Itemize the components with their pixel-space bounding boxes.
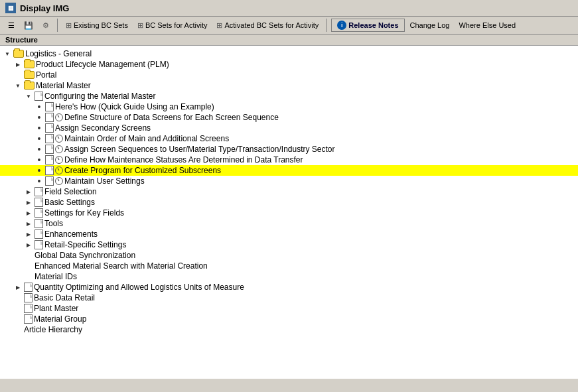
tree-row[interactable]: Material IDs	[0, 271, 578, 282]
window-title: Display IMG	[20, 3, 69, 13]
bc-for-activity-button[interactable]: ⊞ BC Sets for Activity	[133, 19, 212, 32]
tree-row[interactable]: ▼Configuring the Material Master	[0, 91, 578, 101]
app-icon: ▦	[5, 3, 16, 13]
page-icon	[35, 208, 43, 218]
tree-row[interactable]: •Define Structure of Data Screens for Ea…	[0, 112, 578, 123]
tree-row[interactable]: Material Group	[0, 314, 578, 324]
page-icon	[24, 283, 33, 292]
separator-2	[326, 19, 327, 32]
tree-row[interactable]: •Maintain User Settings	[0, 176, 578, 186]
no-arrow	[24, 251, 33, 260]
tree-row[interactable]: Global Data Synchronization	[0, 250, 578, 261]
tree-row[interactable]: ▼Material Master	[0, 80, 578, 91]
tree-row[interactable]: ▶Field Selection	[0, 186, 578, 197]
title-bar: ▦ Display IMG	[0, 0, 578, 17]
toolbar-icon-2[interactable]: 💾	[20, 19, 37, 32]
tree-row[interactable]: Article Hierarchy	[0, 324, 578, 335]
page-icon	[35, 219, 43, 228]
activated-bc-icon: ⊞	[216, 21, 222, 30]
expand-arrow-icon[interactable]: ▶	[24, 219, 33, 228]
existing-bc-label: Existing BC Sets	[74, 21, 128, 29]
expand-arrow-icon[interactable]: ▶	[24, 229, 33, 239]
page-icon	[24, 304, 33, 313]
tree-row[interactable]: ▶Settings for Key Fields	[0, 208, 578, 218]
expand-arrow-icon[interactable]: ▶	[24, 198, 33, 207]
settings-icon: ⚙	[42, 21, 49, 30]
expand-arrow-icon[interactable]: ▶	[24, 240, 33, 249]
toolbar: ☰ 💾 ⚙ ⊞ Existing BC Sets ⊞ BC Sets for A…	[0, 17, 578, 34]
existing-bc-sets-button[interactable]: ⊞ Existing BC Sets	[62, 19, 132, 32]
clock-icon	[55, 177, 63, 185]
bullet-icon: •	[35, 134, 44, 143]
page-icon	[35, 198, 43, 207]
no-arrow	[13, 325, 23, 334]
no-arrow	[13, 293, 23, 302]
tree-row[interactable]: Basic Data Retail	[0, 293, 578, 303]
tree-row[interactable]: ▶Basic Settings	[0, 197, 578, 208]
tree-row[interactable]: ▶Tools	[0, 218, 578, 229]
tree-item-label: Product Lifecycle Management (PLM)	[36, 60, 169, 69]
clock-icon	[55, 113, 63, 121]
expand-arrow-icon[interactable]: ▶	[24, 187, 33, 196]
bc-icon: ⊞	[66, 21, 72, 30]
where-else-used-button[interactable]: Where Else Used	[455, 19, 520, 31]
page-icon	[24, 314, 33, 324]
tree-row[interactable]: Enhanced Material Search with Material C…	[0, 261, 578, 271]
where-else-label: Where Else Used	[459, 21, 516, 29]
collapse-arrow-icon[interactable]: ▼	[13, 81, 23, 90]
expand-arrow-icon[interactable]: ▶	[13, 60, 23, 69]
activated-bc-button[interactable]: ⊞ Activated BC Sets for Activity	[212, 19, 323, 32]
tree-row[interactable]: ▶Product Lifecycle Management (PLM)	[0, 59, 578, 70]
collapse-arrow-icon[interactable]: ▼	[3, 49, 12, 58]
tree-item-label: Basic Settings	[44, 198, 95, 207]
tree-item-label: Basic Data Retail	[34, 293, 95, 302]
no-arrow	[13, 314, 23, 324]
tree-row[interactable]: Portal	[0, 70, 578, 80]
change-log-button[interactable]: Change Log	[406, 19, 454, 31]
page-icon	[35, 187, 43, 196]
tree-row[interactable]: •Here's How (Quick Guide Using an Exampl…	[0, 101, 578, 112]
release-notes-button[interactable]: i Release Notes	[331, 19, 404, 32]
tree-item-label: Define Structure of Data Screens for Eac…	[64, 113, 279, 122]
bc-activity-label: BC Sets for Activity	[145, 21, 208, 29]
expand-arrow-icon[interactable]: ▶	[24, 208, 33, 218]
tree-item-label: Enhanced Material Search with Material C…	[35, 261, 208, 271]
tree-row[interactable]: ▼Logistics - General	[0, 48, 578, 59]
no-arrow	[24, 261, 33, 271]
tree-row[interactable]: •Assign Screen Sequences to User/Materia…	[0, 144, 578, 155]
tree-item-label: Plant Master	[34, 304, 78, 313]
tree-item-label: Maintain User Settings	[64, 176, 145, 186]
toolbar-icon-1[interactable]: ☰	[4, 19, 19, 32]
tree-item-label: Field Selection	[44, 187, 97, 196]
tree-row[interactable]: ▶Retail-Specific Settings	[0, 239, 578, 250]
folder-icon	[24, 60, 35, 68]
info-icon: i	[337, 21, 346, 30]
save-icon: 💾	[24, 21, 33, 30]
tree-row[interactable]: Plant Master	[0, 303, 578, 314]
tree-row[interactable]: •Maintain Order of Main and Additional S…	[0, 133, 578, 144]
tree-item-label: Article Hierarchy	[24, 325, 82, 334]
activated-bc-label: Activated BC Sets for Activity	[224, 21, 319, 29]
tree-item-label: Logistics - General	[25, 49, 92, 58]
page-icon	[45, 134, 54, 143]
toolbar-icon-3[interactable]: ⚙	[38, 19, 53, 32]
tree-row[interactable]: ▶Enhancements	[0, 229, 578, 239]
tree-row[interactable]: •Create Program for Customized Subscreen…	[0, 165, 578, 176]
folder-icon	[24, 82, 35, 90]
tree-row[interactable]: •Assign Secondary Screens	[0, 123, 578, 133]
expand-arrow-icon[interactable]: ▶	[13, 283, 23, 292]
tree-row[interactable]: ▶Quantity Optimizing and Allowed Logisti…	[0, 282, 578, 293]
no-arrow	[24, 272, 33, 281]
collapse-arrow-icon[interactable]: ▼	[24, 92, 33, 101]
page-icon	[45, 123, 54, 133]
page-icon	[24, 293, 33, 302]
release-notes-label: Release Notes	[348, 21, 398, 29]
tree-item-label: Here's How (Quick Guide Using an Example…	[55, 102, 214, 111]
page-icon	[35, 92, 43, 101]
clock-icon	[55, 145, 63, 153]
structure-header: Structure	[0, 34, 578, 46]
tree-row[interactable]: •Define How Maintenance Statuses Are Det…	[0, 155, 578, 165]
page-icon	[45, 102, 54, 111]
change-log-label: Change Log	[410, 21, 450, 29]
main-content: Structure ▼Logistics - General▶Product L…	[0, 34, 578, 379]
